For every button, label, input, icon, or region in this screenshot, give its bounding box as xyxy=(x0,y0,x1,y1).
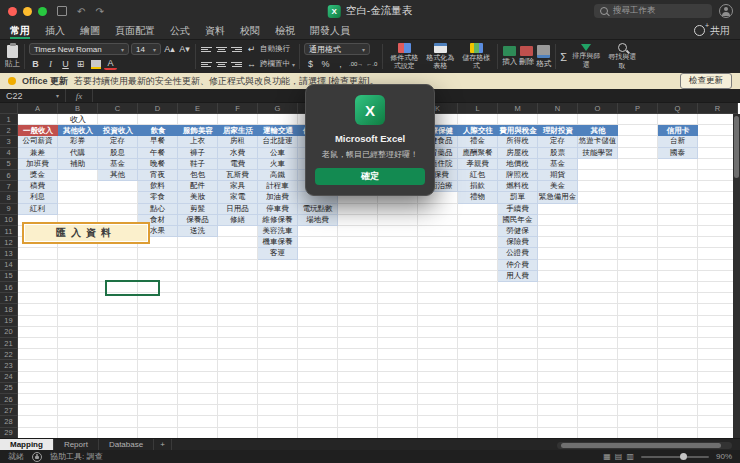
row-header-26[interactable]: 26 xyxy=(0,394,18,405)
cell-D6[interactable]: 宵夜 xyxy=(138,170,178,181)
row-header-17[interactable]: 17 xyxy=(0,293,18,304)
currency-button[interactable]: $ xyxy=(304,58,317,70)
cell-E6[interactable]: 包包 xyxy=(178,170,218,181)
increase-decimal-button[interactable]: .00→ xyxy=(349,58,363,70)
cell-A7[interactable]: 稿費 xyxy=(18,181,58,192)
format-as-table-button[interactable]: 格式化為表格 xyxy=(422,42,458,71)
select-all-corner[interactable] xyxy=(0,103,18,114)
align-middle-button[interactable] xyxy=(215,43,228,55)
horizontal-scrollbar-handle[interactable] xyxy=(561,443,721,448)
zoom-slider-knob[interactable] xyxy=(680,453,687,460)
cell-M11[interactable]: 勞健保 xyxy=(498,226,538,237)
row-header-29[interactable]: 29 xyxy=(0,428,18,438)
wrap-text-label[interactable]: 自動換行 xyxy=(260,44,290,54)
row-header-16[interactable]: 16 xyxy=(0,282,18,293)
cell-N6[interactable]: 期貨 xyxy=(538,170,578,181)
cell-F6[interactable]: 瓦斯費 xyxy=(218,170,258,181)
row-header-5[interactable]: 5 xyxy=(0,159,18,170)
cell-D8[interactable]: 零食 xyxy=(138,192,178,203)
cell-styles-button[interactable]: 儲存格樣式 xyxy=(458,42,494,71)
cell-M5[interactable]: 地價稅 xyxy=(498,159,538,170)
category-header-O2[interactable]: 其他 xyxy=(578,125,618,136)
horizontal-scrollbar[interactable] xyxy=(557,442,732,449)
cell-G6[interactable]: 高鐵 xyxy=(258,170,298,181)
cell-E5[interactable]: 鞋子 xyxy=(178,159,218,170)
cell-G4[interactable]: 公車 xyxy=(258,148,298,159)
delete-cells-button[interactable]: 刪除 xyxy=(518,42,535,71)
row-header-18[interactable]: 18 xyxy=(0,304,18,315)
cell-A6[interactable]: 獎金 xyxy=(18,170,58,181)
cell-M4[interactable]: 房屋稅 xyxy=(498,148,538,159)
cell-F8[interactable]: 家電 xyxy=(218,192,258,203)
column-header-Q[interactable]: Q xyxy=(658,103,698,114)
cell-F9[interactable]: 日用品 xyxy=(218,204,258,215)
row-header-24[interactable]: 24 xyxy=(0,372,18,383)
align-bottom-button[interactable] xyxy=(230,43,243,55)
row-header-19[interactable]: 19 xyxy=(0,316,18,327)
column-header-A[interactable]: A xyxy=(18,103,58,114)
increase-font-button[interactable]: A▴ xyxy=(163,43,176,55)
ribbon-tab-常用[interactable]: 常用 xyxy=(10,22,30,39)
import-data-button[interactable]: 匯入資料 xyxy=(22,222,150,244)
cell-M3[interactable]: 所得稅 xyxy=(498,136,538,147)
cell-E3[interactable]: 上衣 xyxy=(178,136,218,147)
cell-N4[interactable]: 股票 xyxy=(538,148,578,159)
borders-button[interactable]: ⊞ xyxy=(74,58,87,70)
cell-H10[interactable]: 場地費 xyxy=(298,215,338,226)
minimize-window-button[interactable] xyxy=(23,7,32,16)
row-header-1[interactable]: 1 xyxy=(0,114,18,125)
row-header-7[interactable]: 7 xyxy=(0,181,18,192)
column-header-B[interactable]: B xyxy=(58,103,98,114)
row-header-25[interactable]: 25 xyxy=(0,383,18,394)
dialog-ok-button[interactable]: 確定 xyxy=(315,168,425,185)
column-header-D[interactable]: D xyxy=(138,103,178,114)
cell-L6[interactable]: 紅包 xyxy=(458,170,498,181)
cell-D3[interactable]: 早餐 xyxy=(138,136,178,147)
column-header-L[interactable]: L xyxy=(458,103,498,114)
cell-D7[interactable]: 飲料 xyxy=(138,181,178,192)
category-header-L2[interactable]: 人際交往 xyxy=(458,125,498,136)
column-header-O[interactable]: O xyxy=(578,103,618,114)
ribbon-tab-檢視[interactable]: 檢視 xyxy=(275,22,295,39)
row-header-6[interactable]: 6 xyxy=(0,170,18,181)
category-header-B2[interactable]: 其他收入 xyxy=(58,125,98,136)
category-header-F2[interactable]: 居家生活 xyxy=(218,125,258,136)
cell-G10[interactable]: 維修保養 xyxy=(258,215,298,226)
wrap-text-icon[interactable]: ↵ xyxy=(245,43,258,55)
undo-icon[interactable]: ↶ xyxy=(77,6,85,17)
cell-M7[interactable]: 燃料稅 xyxy=(498,181,538,192)
row-header-27[interactable]: 27 xyxy=(0,405,18,416)
row-header-11[interactable]: 11 xyxy=(0,226,18,237)
cell-L4[interactable]: 應酬聚餐 xyxy=(458,148,498,159)
font-color-button[interactable]: A xyxy=(104,58,117,70)
cell-D9[interactable]: 點心 xyxy=(138,204,178,215)
cell-A4[interactable]: 兼差 xyxy=(18,148,58,159)
cell-A9[interactable]: 紅利 xyxy=(18,204,58,215)
cell-M13[interactable]: 公證費 xyxy=(498,248,538,259)
add-sheet-button[interactable]: + xyxy=(154,439,172,450)
category-header-C2[interactable]: 投資收入 xyxy=(98,125,138,136)
align-top-button[interactable] xyxy=(200,43,213,55)
format-cells-button[interactable]: 格式 xyxy=(535,42,552,71)
cell-O4[interactable]: 技能學習 xyxy=(578,148,618,159)
cell-E8[interactable]: 美妝 xyxy=(178,192,218,203)
cell-E9[interactable]: 剪髮 xyxy=(178,204,218,215)
redo-icon[interactable]: ↷ xyxy=(95,6,103,17)
cell-B4[interactable]: 代購 xyxy=(58,148,98,159)
search-input[interactable]: 搜尋工作表 xyxy=(594,4,712,18)
normal-view-icon[interactable]: ▦ xyxy=(603,452,611,461)
row-header-4[interactable]: 4 xyxy=(0,148,18,159)
font-name-select[interactable]: Times New Roman ▾ xyxy=(29,43,129,55)
column-header-G[interactable]: G xyxy=(258,103,298,114)
row-header-2[interactable]: 2 xyxy=(0,125,18,136)
ribbon-tab-插入[interactable]: 插入 xyxy=(45,22,65,39)
row-header-20[interactable]: 20 xyxy=(0,327,18,338)
row-header-9[interactable]: 9 xyxy=(0,204,18,215)
cell-L8[interactable]: 禮物 xyxy=(458,192,498,203)
save-icon[interactable] xyxy=(57,6,67,16)
cell-L5[interactable]: 孝親費 xyxy=(458,159,498,170)
page-layout-view-icon[interactable]: ▤ xyxy=(615,452,623,461)
cell-E4[interactable]: 褲子 xyxy=(178,148,218,159)
cell-O3[interactable]: 悠遊卡儲值 xyxy=(578,136,618,147)
cell-M9[interactable]: 手續費 xyxy=(498,204,538,215)
